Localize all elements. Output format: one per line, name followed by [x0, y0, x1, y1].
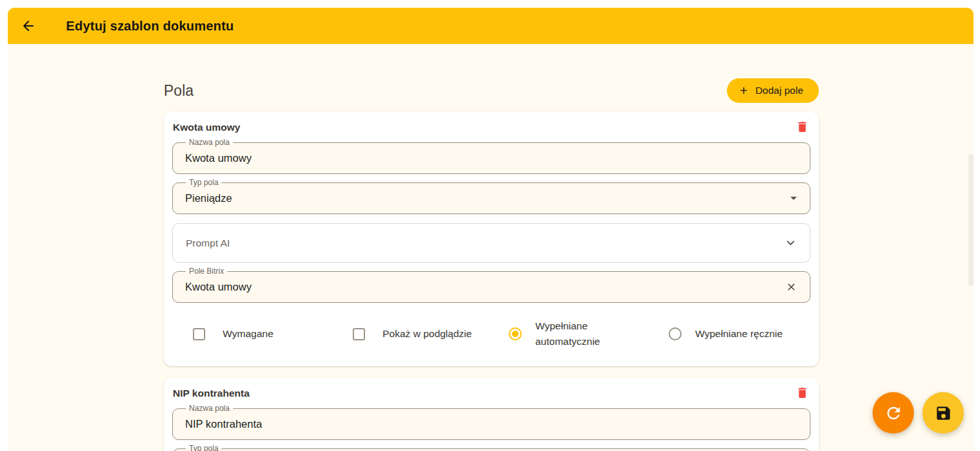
caret-down-icon [790, 197, 797, 200]
field-name-input[interactable] [185, 142, 775, 174]
field-card-kwota-umowy: Kwota umowy Nazwa pola Typ pola Pieniądz… [164, 112, 819, 366]
add-field-button[interactable]: + Dodaj pole [727, 78, 819, 103]
clear-bitrix-field-button[interactable] [781, 277, 801, 298]
card-title: NIP kontrahenta [173, 387, 250, 399]
plus-icon: + [740, 83, 748, 97]
app-window: Edytuj szablon dokumentu Pola + Dodaj po… [8, 8, 974, 451]
back-button[interactable] [16, 13, 41, 39]
delete-field-button[interactable] [796, 120, 809, 134]
floppy-disk-save-icon [935, 404, 952, 422]
scrollbar-thumb[interactable] [968, 154, 974, 286]
field-name-input-wrapper: Nazwa pola [172, 408, 810, 440]
field-card-nip-kontrahenta: NIP kontrahenta Nazwa pola Typ pola [164, 378, 819, 451]
show-preview-label: Pokaż w podglądzie [383, 328, 472, 340]
x-icon [786, 281, 797, 292]
app-header: Edytuj szablon dokumentu [8, 8, 974, 44]
content-column: Pola + Dodaj pole Kwota umowy [164, 44, 819, 451]
arrow-left-icon [21, 18, 36, 34]
auto-fill-option: Wypełniane automatycznie [509, 318, 669, 349]
required-checkbox[interactable] [193, 328, 205, 340]
required-label: Wymagane [223, 328, 273, 340]
section-header-row: Pola + Dodaj pole [164, 78, 819, 103]
field-name-input-wrapper: Nazwa pola [172, 142, 810, 174]
field-type-select[interactable]: Typ pola [172, 448, 810, 451]
manual-fill-option: Wypełniane ręcznie [669, 327, 783, 340]
delete-field-button[interactable] [796, 386, 809, 400]
page-title: Edytuj szablon dokumentu [66, 19, 234, 34]
field-type-select[interactable]: Typ pola Pieniądze [172, 182, 810, 214]
manual-fill-radio[interactable] [669, 327, 682, 340]
field-options-row: Wymagane Pokaż w podglądzie Wypełniane a… [172, 318, 810, 350]
trash-icon [796, 120, 809, 134]
chevron-down-icon [780, 233, 801, 254]
card-title: Kwota umowy [173, 121, 240, 133]
save-button[interactable] [922, 392, 964, 434]
field-type-label: Typ pola [186, 445, 221, 451]
field-name-input[interactable] [185, 408, 775, 440]
show-preview-option: Pokaż w podglądzie [353, 328, 509, 340]
field-type-value: Pieniądze [185, 182, 775, 214]
prompt-ai-label: Prompt AI [186, 237, 230, 249]
trash-icon [796, 386, 809, 400]
card-header: Kwota umowy [172, 121, 810, 134]
bitrix-field-input[interactable] [185, 271, 775, 303]
prompt-ai-accordion[interactable]: Prompt AI [172, 223, 810, 263]
card-header: NIP kontrahenta [172, 387, 810, 400]
refresh-icon [884, 404, 903, 423]
show-preview-checkbox[interactable] [353, 328, 365, 340]
required-option: Wymagane [193, 328, 353, 340]
auto-fill-radio[interactable] [509, 327, 522, 340]
add-field-button-label: Dodaj pole [755, 85, 803, 96]
refresh-button[interactable] [873, 392, 914, 434]
bitrix-field-input-wrapper: Pole Bitrix [172, 271, 810, 303]
manual-fill-label: Wypełniane ręcznie [695, 328, 783, 340]
main-content: Pola + Dodaj pole Kwota umowy [8, 44, 974, 451]
auto-fill-label: Wypełniane automatycznie [535, 318, 627, 349]
section-title: Pola [164, 82, 194, 100]
